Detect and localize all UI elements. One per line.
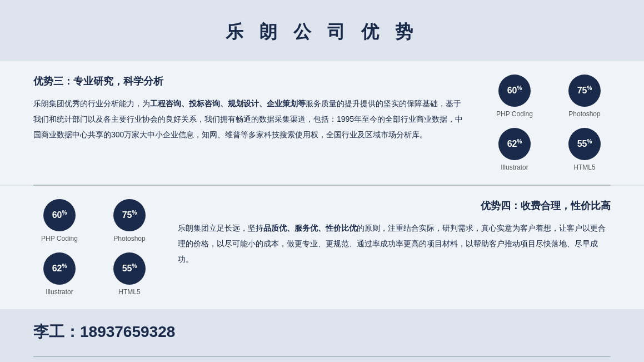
skill-name-ai-b: Illustrator (46, 288, 73, 296)
skill-item-ai: 62% Illustrator (488, 128, 541, 171)
section-4-text: 优势四：收费合理，性价比高 乐朗集团立足长远，坚持品质优、服务优、性价比优的原则… (178, 199, 611, 267)
section-3: 优势三：专业研究，科学分析 乐朗集团优秀的行业分析能力，为工程咨询、投标咨询、规… (0, 61, 644, 185)
skill-circle-html5-b: 55% (113, 252, 146, 285)
skill-circle-php: 60% (498, 75, 531, 107)
skill-label-php: 60% (507, 86, 522, 95)
skill-circle-php-b: 60% (43, 199, 76, 231)
contact-footer: 李工：18937659328 (0, 309, 644, 349)
skill-label-ai-b: 62% (52, 264, 67, 273)
skill-name-php-b: PHP Coding (41, 235, 78, 242)
section-4-body: 乐朗集团立足长远，坚持品质优、服务优、性价比优的原则，注重结合实际，研判需求，真… (178, 220, 611, 267)
skills-grid-top: 60% PHP Coding 75% Photoshop 62% Illustr… (488, 75, 611, 171)
skill-name-ps-b: Photoshop (113, 235, 145, 242)
skill-label-ps: 75% (577, 86, 592, 95)
page-title: 乐 朗 公 司 优 势 (0, 0, 644, 61)
skill-label-php-b: 60% (52, 210, 67, 220)
skill-circle-html5: 55% (568, 128, 601, 160)
skill-name-html5-b: HTML5 (118, 288, 140, 296)
skill-item-php-b: 60% PHP Coding (33, 199, 86, 242)
skill-item-html5: 55% HTML5 (558, 128, 611, 171)
skill-name-ps: Photoshop (568, 110, 600, 118)
skill-label-html5-b: 55% (122, 264, 137, 273)
skill-circle-ai: 62% (498, 128, 531, 160)
skill-circle-ps: 75% (568, 75, 601, 107)
skill-circle-ps-b: 75% (113, 199, 146, 231)
skill-item-php: 60% PHP Coding (488, 75, 541, 118)
skill-label-html5: 55% (577, 139, 592, 148)
skill-label-ps-b: 75% (122, 210, 137, 220)
page-wrapper: 乐 朗 公 司 优 势 优势三：专业研究，科学分析 乐朗集团优秀的行业分析能力，… (0, 0, 644, 362)
section-3-text: 优势三：专业研究，科学分析 乐朗集团优秀的行业分析能力，为工程咨询、投标咨询、规… (33, 75, 466, 142)
skill-item-ps-b: 75% Photoshop (103, 199, 156, 242)
skills-grid-bottom: 60% PHP Coding 75% Photoshop 62% Illustr… (33, 199, 156, 296)
skill-name-html5: HTML5 (573, 163, 595, 171)
skill-item-ai-b: 62% Illustrator (33, 252, 86, 296)
section-4-heading: 优势四：收费合理，性价比高 (178, 199, 611, 212)
section-3-body: 乐朗集团优秀的行业分析能力，为工程咨询、投标咨询、规划设计、企业策划等服务质量的… (33, 96, 466, 142)
footer-divider (33, 356, 611, 357)
skill-label-ai: 62% (507, 139, 522, 148)
skill-name-php: PHP Coding (496, 110, 533, 118)
contact-text: 李工：18937659328 (33, 321, 611, 343)
skill-item-html5-b: 55% HTML5 (103, 252, 156, 296)
skill-circle-ai-b: 62% (43, 252, 76, 285)
section-4: 60% PHP Coding 75% Photoshop 62% Illustr… (0, 186, 644, 309)
skill-name-ai: Illustrator (501, 163, 528, 171)
skill-item-ps: 75% Photoshop (558, 75, 611, 118)
section-3-heading: 优势三：专业研究，科学分析 (33, 75, 466, 88)
